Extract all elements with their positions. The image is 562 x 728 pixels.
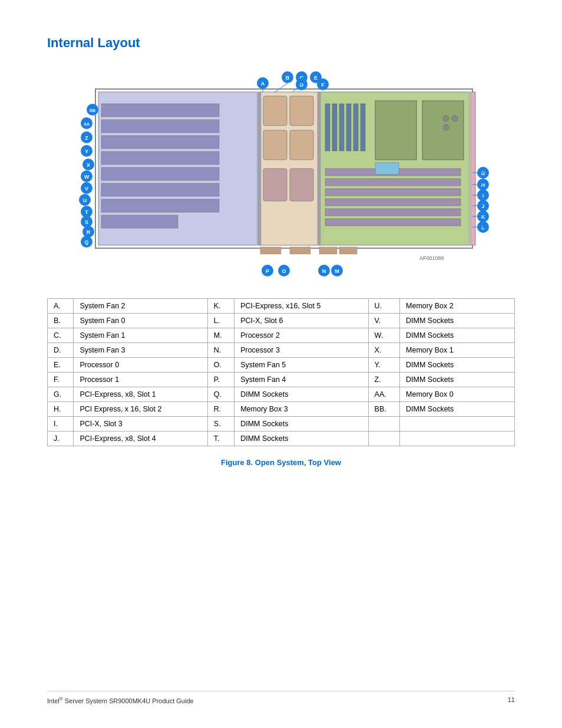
table-row: C.System Fan 1M.Processor 2W.DIMM Socket… [48,328,515,343]
col3-label: X. [368,343,399,358]
col2-label: M. [207,328,234,343]
svg-rect-4 [101,136,219,149]
table-row: G.PCI-Express, x8, Slot 1Q.DIMM SocketsA… [48,387,515,402]
col2-label: Q. [207,387,234,402]
svg-text:H: H [481,182,485,188]
svg-rect-16 [290,169,313,201]
col1-label: A. [48,299,74,314]
col2-value: System Fan 4 [234,373,368,387]
col2-label: P. [207,373,234,387]
svg-text:B: B [286,75,290,81]
col2-label: T. [207,431,234,446]
svg-rect-22 [353,104,358,151]
col3-label [368,431,399,446]
svg-rect-8 [101,199,219,212]
col2-value: DIMM Sockets [234,431,368,446]
svg-rect-12 [290,96,313,126]
svg-text:I: I [482,193,484,199]
svg-text:P: P [266,268,269,274]
svg-text:Z: Z [85,135,88,141]
footer-product-name: Intel® Server System SR9000MK4U Product … [47,696,194,704]
col1-value: System Fan 3 [74,343,207,358]
svg-rect-15 [263,169,287,201]
svg-text:O: O [282,268,286,274]
svg-rect-32 [375,163,399,174]
svg-point-34 [452,116,458,121]
col2-value: Processor 3 [234,343,368,358]
col1-label: B. [48,314,74,328]
col3-value: DIMM Sockets [400,328,515,343]
svg-text:T: T [85,209,88,215]
col2-value: DIMM Sockets [234,417,368,431]
svg-rect-27 [325,199,461,206]
svg-text:X: X [87,162,90,168]
col1-value: PCI-Express, x8, Slot 4 [74,431,207,446]
table-row: A.System Fan 2K.PCI-Express, x16, Slot 5… [48,299,515,314]
svg-line-101 [275,83,287,92]
svg-text:N: N [322,268,326,274]
svg-text:K: K [481,214,485,220]
col2-label: O. [207,358,234,373]
col3-value [400,431,515,446]
col2-label: L. [207,314,234,328]
svg-rect-39 [260,247,281,254]
col3-value: DIMM Sockets [400,402,515,417]
svg-rect-40 [290,247,310,254]
col1-value: PCI Express, x 16, Slot 2 [74,402,207,417]
col2-value: Memory Box 3 [234,402,368,417]
system-diagram: AF001089 A B C D E F BB [60,68,502,281]
col1-label: G. [48,387,74,402]
col1-value: System Fan 0 [74,314,207,328]
svg-point-35 [443,124,449,130]
svg-rect-25 [325,179,461,186]
svg-rect-37 [258,92,261,245]
col3-label: V. [368,314,399,328]
svg-rect-28 [325,209,461,216]
col2-label: S. [207,417,234,431]
svg-rect-41 [319,247,337,254]
svg-text:F: F [321,82,325,88]
page-footer: Intel® Server System SR9000MK4U Product … [47,691,515,704]
svg-text:G: G [481,170,485,176]
col3-label: U. [368,299,399,314]
table-row: E.Processor 0O.System Fan 5Y.DIMM Socket… [48,358,515,373]
svg-rect-5 [101,151,219,164]
svg-rect-42 [339,247,357,254]
page-title: Internal Layout [47,35,515,51]
svg-rect-9 [101,215,178,228]
svg-text:V: V [85,186,88,192]
svg-rect-7 [101,183,219,196]
svg-rect-23 [361,104,365,151]
col1-value: Processor 1 [74,373,207,387]
svg-rect-14 [290,130,313,160]
col1-value: PCI-X, Slot 3 [74,417,207,431]
svg-rect-2 [101,104,219,117]
col3-label [368,417,399,431]
svg-text:E: E [314,75,318,81]
svg-text:A: A [261,81,265,87]
footer-page-number: 11 [508,696,515,704]
col2-value: System Fan 5 [234,358,368,373]
table-row: D.System Fan 3N.Processor 3X.Memory Box … [48,343,515,358]
col2-value: DIMM Sockets [234,387,368,402]
svg-rect-21 [346,104,351,151]
col1-value: Processor 0 [74,358,207,373]
svg-text:W: W [84,174,90,180]
svg-rect-26 [325,189,461,196]
table-row: B.System Fan 0L.PCI-X, Slot 6V.DIMM Sock… [48,314,515,328]
svg-rect-36 [471,92,475,245]
col3-value: DIMM Sockets [400,373,515,387]
svg-text:AA: AA [84,122,90,126]
svg-text:S: S [85,219,88,225]
col3-label: Z. [368,373,399,387]
col1-label: D. [48,343,74,358]
svg-text:Y: Y [85,149,88,154]
col2-value: Processor 2 [234,328,368,343]
col2-value: PCI-Express, x16, Slot 5 [234,299,368,314]
table-row: I.PCI-X, Slot 3S.DIMM Sockets [48,417,515,431]
svg-text:J: J [481,203,484,209]
col1-label: H. [48,402,74,417]
col3-value: Memory Box 2 [400,299,515,314]
col1-label: C. [48,328,74,343]
col3-value: Memory Box 1 [400,343,515,358]
